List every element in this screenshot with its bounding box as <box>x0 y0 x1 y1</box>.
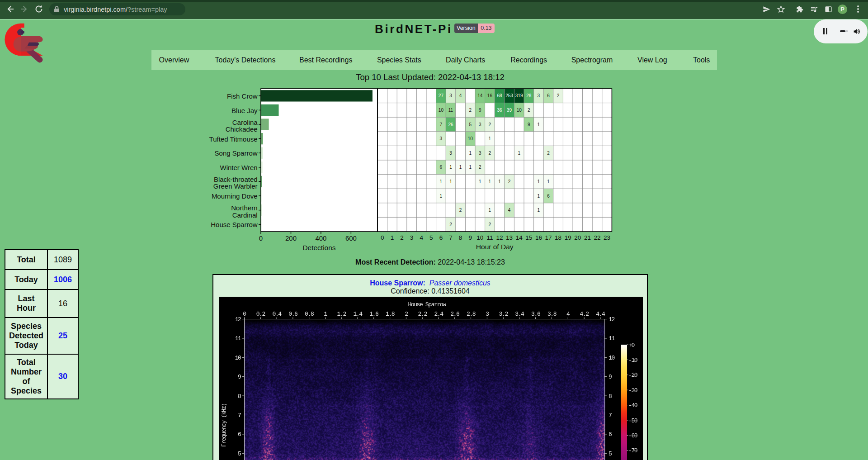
svg-text:1: 1 <box>449 179 452 184</box>
svg-text:1.4: 1.4 <box>353 311 363 318</box>
svg-text:0.2: 0.2 <box>256 311 265 318</box>
svg-text:7: 7 <box>449 234 453 241</box>
svg-text:0: 0 <box>243 311 246 318</box>
svg-text:-70: -70 <box>628 447 637 454</box>
svg-text:1: 1 <box>489 208 491 213</box>
svg-text:13: 13 <box>506 234 513 241</box>
svg-text:11: 11 <box>609 335 615 342</box>
svg-text:5: 5 <box>469 122 472 127</box>
svg-text:3: 3 <box>449 93 452 98</box>
svg-text:0: 0 <box>381 234 384 241</box>
svg-text:-60: -60 <box>628 432 637 439</box>
svg-text:12: 12 <box>235 316 241 323</box>
svg-text:3: 3 <box>449 151 452 156</box>
svg-text:16: 16 <box>535 234 542 241</box>
svg-text:10: 10 <box>235 355 241 361</box>
svg-text:1.8: 1.8 <box>386 311 395 318</box>
svg-text:Winter Wren: Winter Wren <box>220 164 258 171</box>
svg-text:3: 3 <box>538 93 540 98</box>
svg-text:4.2: 4.2 <box>580 311 589 318</box>
svg-text:36: 36 <box>497 108 502 113</box>
svg-text:Chickadee: Chickadee <box>226 125 258 133</box>
svg-text:15: 15 <box>525 234 532 241</box>
svg-text:2.4: 2.4 <box>434 311 443 318</box>
svg-text:10: 10 <box>439 108 444 113</box>
svg-text:400: 400 <box>315 234 326 242</box>
svg-text:2: 2 <box>557 93 560 98</box>
svg-text:5: 5 <box>609 451 612 457</box>
svg-text:+0: +0 <box>628 342 634 349</box>
svg-text:1: 1 <box>469 151 472 156</box>
svg-text:2: 2 <box>469 108 472 113</box>
svg-text:23: 23 <box>604 234 610 241</box>
svg-text:2: 2 <box>479 165 481 170</box>
svg-text:22: 22 <box>594 234 600 241</box>
svg-text:1: 1 <box>440 194 443 199</box>
svg-text:Green Warbler: Green Warbler <box>213 182 258 190</box>
svg-text:27: 27 <box>439 93 444 98</box>
svg-text:3: 3 <box>410 234 414 241</box>
svg-text:2: 2 <box>405 311 408 318</box>
svg-text:3: 3 <box>479 151 481 156</box>
svg-text:4: 4 <box>420 234 423 241</box>
svg-text:4: 4 <box>459 93 462 98</box>
svg-text:9: 9 <box>609 374 612 380</box>
svg-text:7: 7 <box>238 412 241 419</box>
svg-text:19: 19 <box>565 234 571 241</box>
svg-text:14: 14 <box>516 234 523 241</box>
svg-text:-30: -30 <box>628 387 637 394</box>
svg-text:-40: -40 <box>628 402 637 409</box>
svg-text:17: 17 <box>545 234 552 241</box>
svg-text:Mourning Dove: Mourning Dove <box>212 192 258 200</box>
svg-text:3: 3 <box>479 122 481 127</box>
svg-text:5: 5 <box>429 234 433 241</box>
svg-text:Cardinal: Cardinal <box>232 211 258 219</box>
svg-text:3.2: 3.2 <box>499 311 508 318</box>
svg-text:0: 0 <box>259 234 263 242</box>
svg-text:3.8: 3.8 <box>547 311 557 318</box>
svg-text:House Sparrow: House Sparrow <box>211 221 258 228</box>
svg-text:9: 9 <box>468 234 472 241</box>
svg-text:600: 600 <box>345 234 357 242</box>
svg-text:1: 1 <box>489 136 491 141</box>
svg-text:Frequency (kHz): Frequency (kHz) <box>221 403 227 447</box>
svg-text:10: 10 <box>468 136 473 141</box>
svg-text:1: 1 <box>440 179 443 184</box>
svg-text:1: 1 <box>538 194 540 199</box>
svg-text:21: 21 <box>584 234 591 241</box>
svg-text:1: 1 <box>538 122 540 127</box>
svg-text:10: 10 <box>476 234 483 241</box>
svg-text:11: 11 <box>448 108 453 113</box>
svg-text:16: 16 <box>487 93 493 98</box>
svg-text:2.2: 2.2 <box>418 311 427 318</box>
svg-text:4: 4 <box>566 311 570 318</box>
svg-text:2: 2 <box>459 208 462 213</box>
svg-text:319: 319 <box>515 93 523 98</box>
svg-text:20: 20 <box>574 234 581 241</box>
svg-text:7: 7 <box>609 412 612 419</box>
svg-text:3.4: 3.4 <box>515 311 524 318</box>
svg-text:28: 28 <box>526 93 532 98</box>
svg-text:3: 3 <box>486 311 489 318</box>
svg-text:6: 6 <box>440 165 443 170</box>
svg-text:68: 68 <box>497 93 502 98</box>
svg-text:39: 39 <box>507 108 512 113</box>
svg-text:2: 2 <box>489 151 491 156</box>
svg-text:Detections: Detections <box>302 244 335 251</box>
svg-text:9: 9 <box>528 122 530 127</box>
svg-text:4.4: 4.4 <box>596 311 605 318</box>
svg-text:2: 2 <box>489 222 491 227</box>
svg-text:1: 1 <box>489 179 491 184</box>
svg-text:2.8: 2.8 <box>467 311 476 318</box>
svg-text:1: 1 <box>391 234 394 241</box>
svg-text:10: 10 <box>609 355 614 361</box>
svg-text:6: 6 <box>547 93 550 98</box>
svg-text:1: 1 <box>547 179 550 184</box>
svg-text:1: 1 <box>459 165 462 170</box>
svg-text:18: 18 <box>555 234 561 241</box>
svg-text:8: 8 <box>238 393 241 400</box>
svg-text:9: 9 <box>238 374 241 380</box>
svg-text:11: 11 <box>235 335 241 342</box>
svg-text:1: 1 <box>449 165 452 170</box>
svg-text:House Sparrow: House Sparrow <box>408 301 446 308</box>
